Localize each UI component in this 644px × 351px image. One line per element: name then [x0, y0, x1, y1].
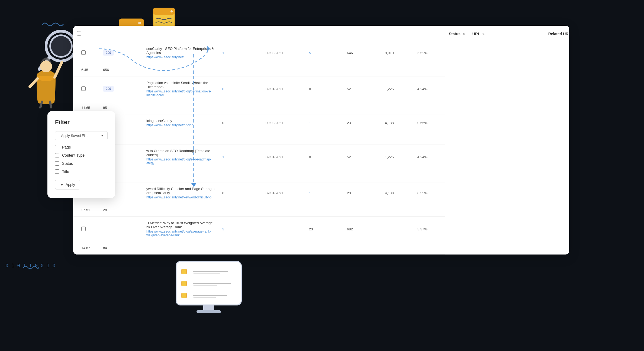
table-row: 200 Pagination vs. Infinite Scroll: What… [73, 76, 445, 114]
checkbox-title[interactable] [55, 169, 59, 174]
row-keywords[interactable]: 1 [305, 117, 343, 129]
filter-panel: Filter - Apply Saved Filter - ▼ Page Con… [47, 111, 115, 198]
row-keywords[interactable]: 5 [305, 47, 343, 59]
filter-checkbox-status[interactable]: Status [55, 161, 108, 166]
row-related-urls[interactable]: 0 [218, 83, 262, 95]
row-url-link[interactable]: https://www.seoclarity.net/blog/paginati… [146, 89, 215, 97]
filter-saved-filter-dropdown[interactable]: - Apply Saved Filter - ▼ [55, 131, 108, 140]
filter-label-content-type: Content Type [62, 153, 85, 157]
row-url: w to Create an SEO Roadmap [Template clu… [143, 144, 218, 169]
filter-checkbox-content-type[interactable]: Content Type [55, 153, 108, 157]
row-clicks: 23 [343, 117, 381, 129]
table-header-row: Status ⇅ URL ⇅ Related URLs ⇅ Last Chang… [73, 26, 569, 42]
row-impressions [381, 225, 414, 233]
row-url-link[interactable]: https://www.seoclarity.net/pricing/ [146, 123, 215, 127]
row-date: 09/09/2021 [262, 117, 305, 129]
row-related-urls: 0 [218, 117, 262, 129]
row-status: 200 [99, 46, 143, 60]
url-sort-icon: ⇅ [482, 33, 484, 36]
row-checkbox-cell[interactable] [78, 82, 99, 96]
row-clicks: 682 [343, 223, 381, 236]
squiggle-bottom-decoration [23, 264, 39, 272]
row-avg-position: 6.45 [78, 63, 99, 76]
svg-rect-32 [197, 310, 221, 313]
row-title: D Metrics: Why to Trust Weighted Average… [146, 221, 215, 229]
row-keywords[interactable]: 1 [305, 187, 343, 199]
row-ctr: 0.55% [414, 187, 441, 199]
row-url: yword Difficulty Checker and Page Streng… [143, 182, 218, 204]
row-impressions: 4,188 [381, 117, 414, 129]
row-checkbox-cell[interactable] [78, 46, 99, 60]
row-url-link[interactable]: https://www.seoclarity.net/keyword-diffi… [146, 195, 215, 199]
svg-rect-22 [182, 269, 186, 274]
row-clicks: 23 [343, 187, 381, 199]
table-row: D Metrics: Why to Trust Weighted Average… [73, 217, 445, 255]
row-related-urls[interactable]: 1 [218, 47, 262, 59]
svg-line-6 [30, 79, 37, 87]
svg-point-13 [138, 22, 141, 24]
data-table-container: Status ⇅ URL ⇅ Related URLs ⇅ Last Chang… [73, 26, 569, 255]
svg-point-2 [50, 35, 72, 57]
row-ctr: 6.52% [414, 47, 441, 59]
svg-rect-31 [203, 305, 214, 311]
col-related-urls[interactable]: Related URLs ⇅ [545, 26, 569, 42]
table-row: yword Difficulty Checker and Page Streng… [73, 182, 445, 217]
apply-button-label: Apply [66, 182, 75, 187]
row-title: seoClarity - SEO Platform for Enterprise… [146, 47, 215, 55]
row-url-link[interactable]: https://www.seoclarity.net/ [146, 55, 215, 59]
checkbox-status[interactable] [55, 161, 59, 166]
select-all-checkbox[interactable] [77, 31, 81, 36]
filter-checkbox-title[interactable]: Title [55, 169, 108, 174]
seo-data-table: Status ⇅ URL ⇅ Related URLs ⇅ Last Chang… [73, 26, 569, 255]
filter-title: Filter [55, 119, 108, 126]
svg-rect-28 [182, 293, 186, 298]
row-title: icing | seoClarity [146, 119, 215, 123]
row-url: Pagination vs. Infinite Scroll: What's t… [143, 76, 218, 101]
row-clicks: 52 [343, 83, 381, 95]
row-title: yword Difficulty Checker and Page Streng… [146, 187, 215, 195]
row-avg-position: 27.51 [78, 204, 99, 216]
col-status[interactable]: Status ⇅ [445, 26, 469, 42]
row-impressions: 1,225 [381, 83, 414, 95]
filter-dropdown-label: - Apply Saved Filter - [59, 134, 92, 138]
row-traffic: 28 [99, 204, 143, 216]
row-date: 09/01/2021 [262, 187, 305, 199]
row-title: w to Create an SEO Roadmap [Template clu… [146, 149, 215, 157]
col-checkbox[interactable] [73, 26, 445, 42]
row-url-link[interactable]: https://www.seoclarity.net/blog/seo-road… [146, 157, 215, 165]
checkbox-content-type[interactable] [55, 153, 59, 157]
row-url: D Metrics: Why to Trust Weighted Average… [143, 217, 218, 241]
row-ctr: 4.24% [414, 83, 441, 95]
row-status [99, 225, 143, 233]
filter-checkbox-page[interactable]: Page [55, 145, 108, 149]
row-clicks: 52 [343, 151, 381, 163]
row-related-urls[interactable]: 1 [218, 151, 262, 163]
col-url[interactable]: URL ⇅ [469, 26, 545, 42]
svg-point-5 [40, 60, 52, 72]
row-traffic: 656 [99, 63, 143, 76]
svg-line-7 [55, 62, 62, 77]
status-sort-icon: ⇅ [463, 33, 465, 36]
row-date: 09/01/2021 [262, 151, 305, 163]
row-impressions: 1,225 [381, 151, 414, 163]
row-related-urls: 0 [218, 187, 262, 199]
row-url: icing | seoClarity https://www.seoclarit… [143, 114, 218, 131]
row-clicks: 646 [343, 47, 381, 59]
checkbox-page[interactable] [55, 145, 59, 149]
row-keywords: 0 [305, 83, 343, 95]
row-date: 09/03/2021 [262, 47, 305, 59]
row-impressions: 9,910 [381, 47, 414, 59]
row-related-urls[interactable]: 3 [218, 223, 262, 236]
svg-rect-25 [182, 281, 186, 286]
monitor-illustration [173, 259, 244, 318]
apply-filter-button[interactable]: ▼ Apply [55, 180, 80, 189]
row-title: Pagination vs. Infinite Scroll: What's t… [146, 81, 215, 89]
row-keywords: 0 [305, 151, 343, 163]
row-url-link[interactable]: https://www.seoclarity.net/blog/average-… [146, 230, 215, 237]
row-impressions: 4,188 [381, 187, 414, 199]
row-ctr: 4.24% [414, 151, 441, 163]
row-checkbox-cell[interactable] [78, 222, 99, 236]
table-row: icing | seoClarity https://www.seoclarit… [73, 114, 445, 144]
filter-funnel-icon: ▼ [60, 183, 64, 187]
row-ctr: 0.55% [414, 117, 441, 129]
